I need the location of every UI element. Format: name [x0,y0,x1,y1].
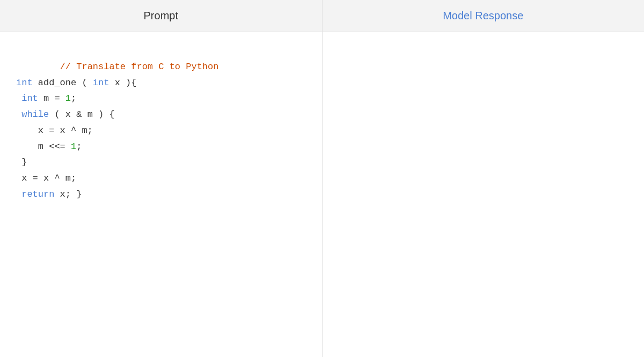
kw-int-3: int [21,93,38,103]
code-block: // Translate from C to Python int add_on… [16,43,306,218]
prompt-panel: Prompt // Translate from C to Python int… [0,0,322,357]
response-content [323,32,645,357]
prompt-content: // Translate from C to Python int add_on… [0,32,322,357]
kw-return: return [21,189,54,199]
prompt-header: Prompt [0,0,322,32]
main-container: Prompt // Translate from C to Python int… [0,0,644,357]
response-panel: Model Response [323,0,645,357]
comment-line: // Translate from C to Python [60,62,219,72]
kw-int-1: int [16,78,33,88]
kw-int-2: int [93,78,109,88]
kw-while: while [21,109,49,120]
response-header: Model Response [323,0,645,32]
